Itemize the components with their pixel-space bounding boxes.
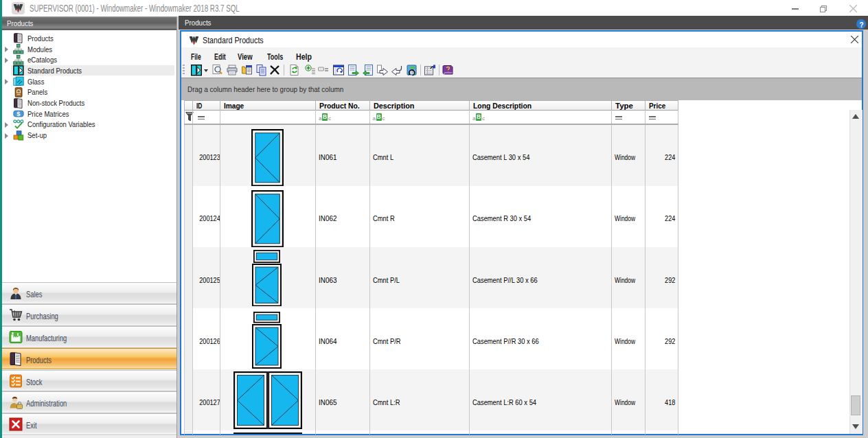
svg-text:$: $ [16,110,21,117]
